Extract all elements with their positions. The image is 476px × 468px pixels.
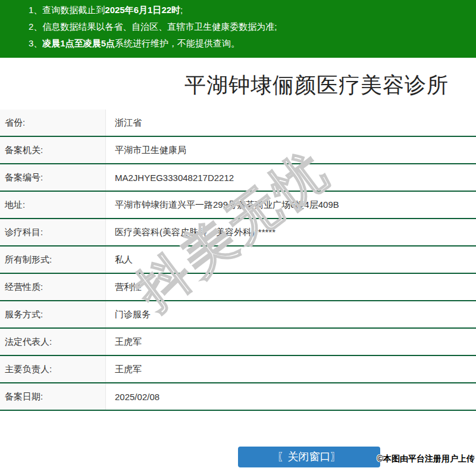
table-row-filing-authority: 备案机关: 平湖市卫生健康局 bbox=[0, 137, 476, 164]
row-value: 王虎军 bbox=[106, 329, 476, 355]
notice-1-suffix: ; bbox=[180, 5, 183, 15]
close-window-button[interactable]: 〖关闭窗口〗 bbox=[238, 447, 380, 467]
notice-1-text: 1、查询数据截止到 bbox=[29, 5, 105, 15]
notice-3-bold: 凌晨1点至凌晨5点 bbox=[42, 38, 115, 48]
row-value: 私人 bbox=[106, 247, 476, 273]
table-row-medical-subjects: 诊疗科目: 医疗美容科(美容皮肤科、美容外科)****** bbox=[0, 219, 476, 247]
notice-list: 1、查询数据截止到2025年6月1日22时; 2、信息数据结果以各省、自治区、直… bbox=[0, 0, 476, 52]
row-label: 主要负责人: bbox=[0, 356, 106, 382]
table-row-address: 地址: 平湖市钟埭街道兴平一路299号嘉荟商业广场6幢4层409B bbox=[0, 192, 476, 219]
row-value: MA2JHYEG333048217D2212 bbox=[106, 164, 476, 191]
notice-line-1: 1、查询数据截止到2025年6月1日22时; bbox=[29, 2, 476, 18]
row-label: 法定代表人: bbox=[0, 329, 106, 355]
record-table: 省份: 浙江省 备案机关: 平湖市卫生健康局 备案编号: MA2JHYEG333… bbox=[0, 110, 476, 411]
table-row-business-nature: 经营性质: 营利性 bbox=[0, 274, 476, 301]
notice-line-3: 3、凌晨1点至凌晨5点系统进行维护，不能提供查询。 bbox=[29, 35, 476, 52]
table-row-filing-date: 备案日期: 2025/02/08 bbox=[0, 383, 476, 411]
table-row-filing-number: 备案编号: MA2JHYEG333048217D2212 bbox=[0, 164, 476, 192]
notice-3-suffix: 系统进行维护，不能提供查询。 bbox=[115, 38, 240, 48]
row-value: 医疗美容科(美容皮肤科、美容外科)****** bbox=[106, 219, 476, 245]
row-label: 服务方式: bbox=[0, 301, 106, 327]
upload-caption: ©本图由平台注册用户上传 bbox=[377, 454, 475, 464]
row-label: 所有制形式: bbox=[0, 247, 106, 273]
row-label: 省份: bbox=[0, 110, 106, 136]
row-value: 2025/02/08 bbox=[106, 383, 476, 410]
row-label: 诊疗科目: bbox=[0, 219, 106, 245]
table-row-service-mode: 服务方式: 门诊服务 bbox=[0, 301, 476, 329]
row-label: 地址: bbox=[0, 192, 106, 218]
notice-line-2: 2、信息数据结果以各省、自治区、直辖市卫生健康委数据为准; bbox=[29, 18, 476, 35]
row-label: 备案编号: bbox=[0, 164, 106, 191]
row-value: 营利性 bbox=[106, 274, 476, 300]
notice-2-text: 2、信息数据结果以各省、自治区、直辖市卫生健康委数据为准; bbox=[29, 21, 277, 32]
row-value: 门诊服务 bbox=[106, 301, 476, 327]
row-value: 王虎军 bbox=[106, 356, 476, 382]
row-label: 备案机关: bbox=[0, 137, 106, 163]
row-label: 备案日期: bbox=[0, 383, 106, 410]
notice-header: 1、查询数据截止到2025年6月1日22时; 2、信息数据结果以各省、自治区、直… bbox=[0, 0, 476, 58]
notice-3-text: 3、 bbox=[29, 38, 42, 48]
table-row-ownership: 所有制形式: 私人 bbox=[0, 247, 476, 274]
row-value: 浙江省 bbox=[106, 110, 476, 136]
page-title: 平湖钟埭俪颜医疗美容诊所 bbox=[0, 71, 476, 100]
table-row-main-person-in-charge: 主要负责人: 王虎军 bbox=[0, 356, 476, 383]
row-label: 经营性质: bbox=[0, 274, 106, 300]
table-row-legal-representative: 法定代表人: 王虎军 bbox=[0, 329, 476, 356]
row-value: 平湖市卫生健康局 bbox=[106, 137, 476, 163]
table-row-province: 省份: 浙江省 bbox=[0, 110, 476, 137]
row-value: 平湖市钟埭街道兴平一路299号嘉荟商业广场6幢4层409B bbox=[106, 192, 476, 218]
notice-1-bold: 2025年6月1日22时 bbox=[105, 5, 180, 15]
